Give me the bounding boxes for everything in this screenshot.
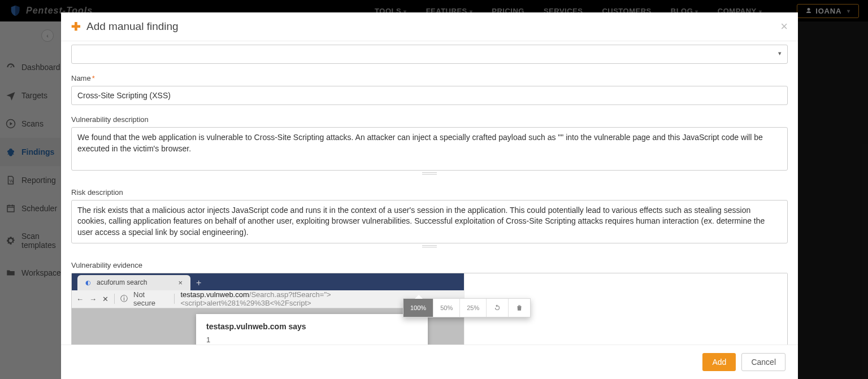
template-select[interactable]	[71, 45, 788, 64]
not-secure-label: Not secure	[133, 290, 168, 307]
vuln-desc-textarea[interactable]	[71, 127, 788, 171]
evidence-label: Vulnerability evidence	[71, 261, 788, 269]
evidence-tab-title: acuforum search	[97, 278, 147, 286]
modal-body[interactable]: Name* Vulnerability description Risk des…	[61, 41, 798, 345]
rotate-button[interactable]	[487, 299, 509, 317]
forward-icon: →	[89, 295, 97, 303]
trash-icon	[515, 304, 523, 312]
plus-icon: ✚	[71, 20, 81, 33]
vuln-desc-label: Vulnerability description	[71, 115, 788, 124]
modal-header: ✚ Add manual finding ×	[61, 12, 798, 41]
close-icon: ×	[178, 278, 183, 287]
modal-title: Add manual finding	[86, 20, 179, 33]
add-finding-modal: ✚ Add manual finding × Name* Vulnerabili…	[61, 12, 798, 379]
delete-image-button[interactable]	[509, 299, 530, 317]
info-icon: ⓘ	[120, 294, 128, 304]
new-tab-icon: +	[190, 276, 207, 290]
image-resize-toolbar: 100% 50% 25%	[403, 298, 531, 317]
zoom-50-button[interactable]: 50%	[433, 299, 460, 317]
back-icon: ←	[76, 295, 84, 303]
zoom-25-button[interactable]: 25%	[460, 299, 487, 317]
modal-footer: Add Cancel	[61, 345, 798, 379]
evidence-browser-tabstrip: ◐ acuforum search × +	[72, 273, 464, 290]
name-input[interactable]	[71, 86, 788, 105]
alert-body: 1	[206, 336, 418, 344]
resize-grip[interactable]	[71, 245, 788, 251]
add-button[interactable]: Add	[702, 353, 736, 371]
modal-close-button[interactable]: ×	[780, 19, 788, 34]
loading-spinner-icon: ◐	[85, 279, 91, 286]
evidence-browser-tab: ◐ acuforum search ×	[77, 275, 190, 290]
cancel-button[interactable]: Cancel	[741, 353, 785, 371]
risk-desc-textarea[interactable]	[71, 200, 788, 243]
close-icon: ✕	[102, 295, 108, 303]
alert-title: testasp.vulnweb.com says	[206, 322, 418, 331]
zoom-100-button[interactable]: 100%	[403, 299, 433, 317]
js-alert-dialog: testasp.vulnweb.com says 1	[196, 314, 428, 345]
resize-grip[interactable]	[71, 172, 788, 178]
name-label: Name*	[71, 74, 788, 82]
rotate-icon	[493, 304, 501, 312]
risk-desc-label: Risk description	[71, 188, 788, 197]
